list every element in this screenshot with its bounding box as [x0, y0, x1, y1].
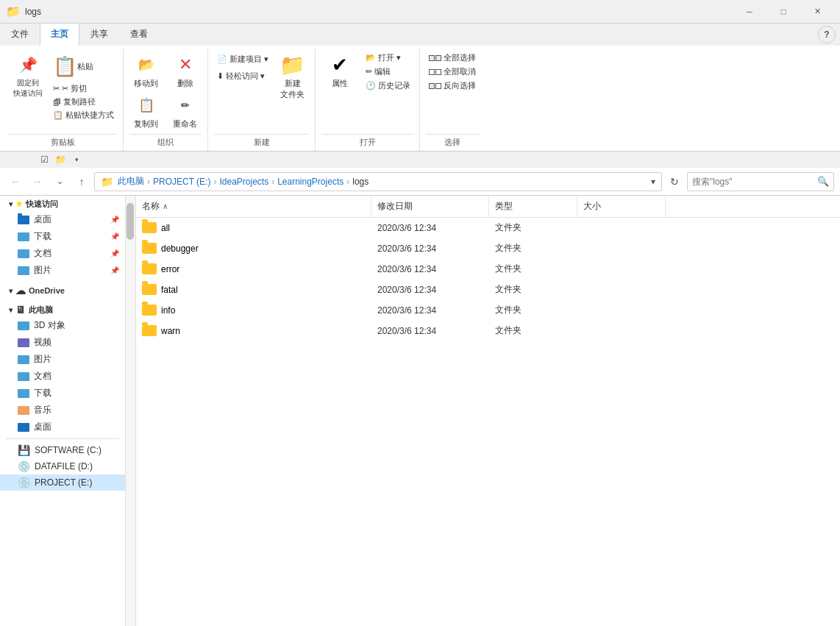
help-button[interactable]: ?	[818, 26, 836, 43]
file-type: 文件夹	[489, 242, 577, 255]
search-bar[interactable]: 🔍	[687, 172, 834, 191]
breadcrumb-computer[interactable]: 此电脑	[118, 175, 144, 188]
delete-label: 删除	[177, 78, 193, 89]
sidebar-item-drive-c[interactable]: 💾 SOFTWARE (C:)	[0, 442, 125, 458]
address-dropdown-button[interactable]: ▾	[651, 177, 655, 187]
easy-access-button[interactable]: ⬇ 轻松访问 ▾	[214, 68, 271, 84]
file-row-warn[interactable]: warn 2020/3/6 12:34 文件夹	[136, 321, 840, 341]
file-type: 文件夹	[489, 283, 577, 296]
open-button[interactable]: 📂 打开 ▾	[363, 51, 413, 64]
ribbon-tabs: 文件 主页 共享 查看 ?	[0, 24, 840, 46]
refresh-button[interactable]: ↻	[665, 172, 684, 191]
sidebar-this-pc-header[interactable]: ▾ 🖥 此电脑	[0, 301, 125, 317]
pc-icon: 🖥	[15, 304, 26, 316]
ribbon-group-organize: 📂 移动到 📋 复制到 ✕ 删除 ✏ 重命名 组织	[124, 49, 208, 151]
properties-button[interactable]: ✔ 属性	[321, 51, 358, 90]
search-input[interactable]	[692, 177, 817, 187]
new-folder-button[interactable]: 📁 新建文件夹	[276, 51, 309, 102]
sidebar-item-downloads-qa[interactable]: 下载 📌	[0, 228, 125, 245]
new-item-button[interactable]: 📄 新建项目 ▾	[214, 51, 271, 67]
folder-icon	[142, 243, 157, 254]
paste-shortcut-button[interactable]: 📋 粘贴快捷方式	[50, 109, 117, 121]
file-name: info	[161, 305, 175, 316]
select-none-button[interactable]: 全部取消	[426, 65, 479, 78]
tab-view[interactable]: 查看	[119, 23, 159, 46]
address-bar[interactable]: 📁 此电脑 › PROJECT (E:) › IdeaProjects › Le…	[94, 172, 662, 191]
qa-dropdown[interactable]: ▾	[69, 152, 84, 167]
col-header-name[interactable]: 名称 ∧	[136, 196, 371, 217]
new-item-icon: 📄	[217, 54, 227, 64]
easy-access-label: 轻松访问 ▾	[226, 71, 265, 82]
move-to-icon: 📂	[135, 53, 158, 77]
file-date: 2020/3/6 12:34	[371, 243, 489, 254]
col-header-size[interactable]: 大小	[577, 196, 666, 217]
close-button[interactable]: ✕	[800, 0, 834, 24]
up-button[interactable]: ↑	[72, 172, 91, 191]
sidebar-item-music[interactable]: 音乐	[0, 402, 125, 419]
tab-home[interactable]: 主页	[40, 23, 79, 46]
up-history-button[interactable]: ⌄	[50, 172, 69, 191]
sidebar-item-desktop[interactable]: 桌面	[0, 419, 125, 435]
minimize-button[interactable]: ─	[733, 0, 766, 24]
sidebar-scrollbar-track	[125, 196, 135, 626]
back-button[interactable]: ←	[6, 172, 25, 191]
copy-path-icon: 🗐	[53, 98, 61, 107]
cut-button[interactable]: ✂ ✂ 剪切	[50, 82, 117, 95]
maximize-button[interactable]: □	[766, 0, 800, 24]
sidebar-item-3d[interactable]: 3D 对象	[0, 317, 125, 334]
col-header-date[interactable]: 修改日期	[371, 196, 489, 217]
folder-icon	[18, 249, 29, 258]
sidebar-item-downloads[interactable]: 下载	[0, 385, 125, 402]
file-row-fatal[interactable]: fatal 2020/3/6 12:34 文件夹	[136, 280, 840, 300]
breadcrumb-learning[interactable]: LearningProjects	[277, 177, 344, 187]
paste-shortcut-icon: 📋	[53, 110, 63, 120]
select-none-label: 全部取消	[444, 66, 476, 77]
file-row-debugger[interactable]: debugger 2020/3/6 12:34 文件夹	[136, 238, 840, 259]
sidebar-item-drive-d[interactable]: 💿 DATAFILE (D:)	[0, 458, 125, 474]
cut-icon: ✂	[53, 84, 60, 93]
file-name: warn	[161, 326, 180, 336]
sidebar-item-pictures-qa[interactable]: 图片 📌	[0, 262, 125, 279]
file-name: error	[161, 264, 179, 274]
breadcrumb-project-e[interactable]: PROJECT (E:)	[153, 177, 210, 187]
sidebar-item-desktop-qa[interactable]: 桌面 📌	[0, 211, 125, 228]
sidebar-item-docs-qa[interactable]: 文档 📌	[0, 245, 125, 262]
edit-button[interactable]: ✏ 编辑	[363, 65, 413, 78]
tab-file[interactable]: 文件	[0, 23, 40, 46]
paste-label: 粘贴	[77, 61, 93, 72]
tab-share[interactable]: 共享	[79, 23, 119, 46]
sort-arrow: ∧	[163, 202, 168, 210]
sidebar-item-drive-e[interactable]: 💿 PROJECT (E:)	[0, 474, 125, 491]
sidebar-scrollbar-thumb	[127, 203, 134, 240]
sidebar-onedrive-header[interactable]: ▾ ☁ OneDrive	[0, 282, 125, 298]
sidebar-label: 音乐	[34, 404, 51, 416]
star-icon: ★	[15, 199, 23, 209]
sidebar-item-video[interactable]: 视频	[0, 334, 125, 351]
breadcrumb-idea[interactable]: IdeaProjects	[219, 177, 268, 187]
open-label: 打开	[321, 134, 413, 151]
qa-checkbox[interactable]: ☑	[37, 152, 51, 167]
history-button[interactable]: 🕐 历史记录	[363, 79, 413, 92]
file-row-info[interactable]: info 2020/3/6 12:34 文件夹	[136, 300, 840, 321]
cloud-icon: ☁	[15, 285, 26, 296]
sidebar-label: 图片	[34, 264, 51, 277]
forward-button[interactable]: →	[28, 172, 47, 191]
file-row-error[interactable]: error 2020/3/6 12:34 文件夹	[136, 259, 840, 280]
invert-select-button[interactable]: 反向选择	[426, 79, 479, 92]
qa-folder[interactable]: 📁	[53, 152, 68, 167]
sidebar-quick-access-header[interactable]: ▾ ★ 快速访问	[0, 196, 125, 211]
delete-button[interactable]: ✕ 删除	[169, 51, 202, 90]
file-row-all[interactable]: all 2020/3/6 12:34 文件夹	[136, 218, 840, 238]
file-date: 2020/3/6 12:34	[371, 305, 489, 316]
col-header-type[interactable]: 类型	[489, 196, 577, 217]
copy-path-button[interactable]: 🗐 复制路径	[50, 96, 117, 108]
rename-button[interactable]: ✏ 重命名	[168, 92, 202, 131]
sidebar-item-pictures[interactable]: 图片	[0, 351, 125, 368]
copy-to-button[interactable]: 📋 复制到	[129, 92, 163, 131]
expand-icon: ▾	[9, 287, 13, 295]
paste-button[interactable]: 📋 粘贴	[50, 51, 117, 81]
pin-to-quick-access-button[interactable]: 📌 固定到快速访问	[9, 51, 47, 100]
select-all-button[interactable]: 全部选择	[426, 51, 479, 64]
sidebar-item-documents[interactable]: 文档	[0, 368, 125, 385]
move-to-button[interactable]: 📂 移动到	[129, 51, 163, 90]
